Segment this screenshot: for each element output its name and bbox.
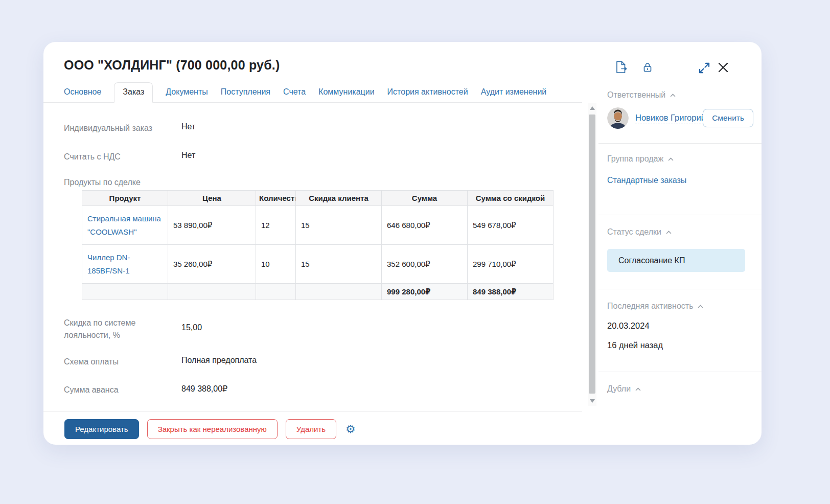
col-header-product: Продукт (82, 191, 168, 206)
section-header-deal-status[interactable]: Статус сделки (607, 227, 672, 237)
field-label-vat: Считать с НДС (64, 151, 166, 163)
cell-price: 53 890,00₽ (168, 206, 256, 245)
last-activity-date: 20.03.2024 (607, 321, 650, 331)
status-badge[interactable]: Согласование КП (607, 249, 745, 272)
chevron-up-icon (698, 305, 703, 308)
page-title: ООО "ХОЛДИНГ" (700 000,00 руб.) (64, 58, 280, 73)
last-activity-ago: 16 дней назад (607, 340, 663, 350)
vertical-scrollbar[interactable] (588, 103, 596, 406)
tab-invoices[interactable]: Счета (283, 83, 306, 102)
tab-audit[interactable]: Аудит изменений (481, 83, 547, 102)
deal-modal: ООО "ХОЛДИНГ" (700 000,00 руб.) (43, 42, 762, 445)
table-header-row: Продукт Цена Количество Скидка клиента С… (82, 191, 554, 206)
product-link[interactable]: Чиллер DN-185BF/SN-1 (87, 253, 130, 275)
divider (598, 143, 762, 144)
col-header-sum: Сумма (382, 191, 468, 206)
col-header-quantity: Количество (256, 191, 296, 206)
field-value-advance-sum: 849 388,00₽ (181, 384, 227, 394)
tab-main[interactable]: Основное (64, 83, 101, 102)
cell-sum: 646 680,00₽ (382, 206, 468, 245)
divider (598, 215, 762, 215)
products-table: Продукт Цена Количество Скидка клиента С… (82, 190, 554, 300)
chevron-up-icon (668, 157, 674, 161)
sales-group-link[interactable]: Стандартные заказы (607, 176, 686, 185)
chevron-up-icon (635, 387, 641, 391)
cell-quantity: 12 (256, 206, 296, 245)
chevron-up-icon (670, 94, 676, 97)
section-header-sales-group[interactable]: Группа продаж (607, 154, 674, 164)
col-header-client-discount: Скидка клиента (296, 191, 382, 206)
close-unrealized-button[interactable]: Закрыть как нереализованную (147, 419, 278, 439)
cell-price: 35 260,00₽ (168, 245, 256, 284)
change-responsible-button[interactable]: Сменить (703, 109, 753, 127)
cell-sum: 352 600,00₽ (382, 245, 468, 284)
section-header-last-activity[interactable]: Последняя активность (607, 302, 703, 311)
table-row: Чиллер DN-185BF/SN-1 35 260,00₽ 10 15 35… (82, 245, 554, 284)
page-background: { "modal": { "title": "ООО \"ХОЛДИНГ\" (… (0, 0, 830, 504)
totals-sum: 999 280,00₽ (382, 284, 468, 300)
products-section-label: Продукты по сделке (64, 178, 141, 187)
divider (598, 372, 762, 372)
table-totals-row: 999 280,00₽ 849 388,00₽ (82, 284, 554, 300)
tab-communications[interactable]: Коммуникации (318, 83, 374, 102)
cell-quantity: 10 (256, 245, 296, 284)
chevron-up-icon (666, 231, 672, 234)
gear-icon[interactable]: ⚙ (345, 424, 356, 435)
edit-button[interactable]: Редактировать (64, 419, 139, 439)
scroll-down-arrow-icon[interactable] (590, 399, 595, 403)
responsible-name-link[interactable]: Новиков Григорий (635, 113, 706, 124)
tab-activity-history[interactable]: История активностей (387, 83, 468, 102)
tab-bar: Основное Заказ Документы Поступления Сче… (43, 83, 582, 103)
tab-order[interactable]: Заказ (114, 82, 153, 103)
field-label-loyalty-discount: Скидка по системе лояльности, % (64, 317, 166, 341)
responsible-row: Новиков Григорий Сменить (607, 107, 753, 130)
col-header-price: Цена (168, 191, 256, 206)
footer-actions: Редактировать Закрыть как нереализованну… (64, 419, 356, 439)
sidebar: Ответственный Новиков Григорий Сменить Г… (598, 42, 762, 445)
product-link[interactable]: Стиральная машина "COOLWASH" (87, 214, 161, 236)
tab-receipts[interactable]: Поступления (221, 83, 270, 102)
divider (598, 289, 762, 289)
field-value-loyalty-discount: 15,00 (181, 323, 202, 332)
field-label-advance-sum: Сумма аванса (64, 384, 166, 396)
cell-client-discount: 15 (296, 245, 382, 284)
cell-sum-discounted: 549 678,00₽ (468, 206, 554, 245)
col-header-sum-discounted: Сумма со скидкой (468, 191, 554, 206)
tab-documents[interactable]: Документы (166, 83, 208, 102)
field-value-payment-scheme: Полная предоплата (181, 356, 257, 365)
delete-button[interactable]: Удалить (286, 419, 336, 439)
scrollbar-thumb[interactable] (589, 114, 595, 394)
cell-sum-discounted: 299 710,00₽ (468, 245, 554, 284)
cell-client-discount: 15 (296, 206, 382, 245)
field-label-payment-scheme: Схема оплаты (64, 356, 166, 368)
totals-sum-discounted: 849 388,00₽ (468, 284, 554, 300)
section-header-responsible[interactable]: Ответственный (607, 90, 676, 100)
divider (43, 411, 582, 411)
field-label-individual-order: Индивидуальный заказ (64, 122, 166, 134)
field-value-vat: Нет (181, 151, 195, 160)
avatar (607, 107, 629, 129)
section-header-duplicates[interactable]: Дубли (607, 384, 641, 394)
table-row: Стиральная машина "COOLWASH" 53 890,00₽ … (82, 206, 554, 245)
scroll-up-arrow-icon[interactable] (590, 106, 595, 110)
field-value-individual-order: Нет (181, 122, 195, 131)
